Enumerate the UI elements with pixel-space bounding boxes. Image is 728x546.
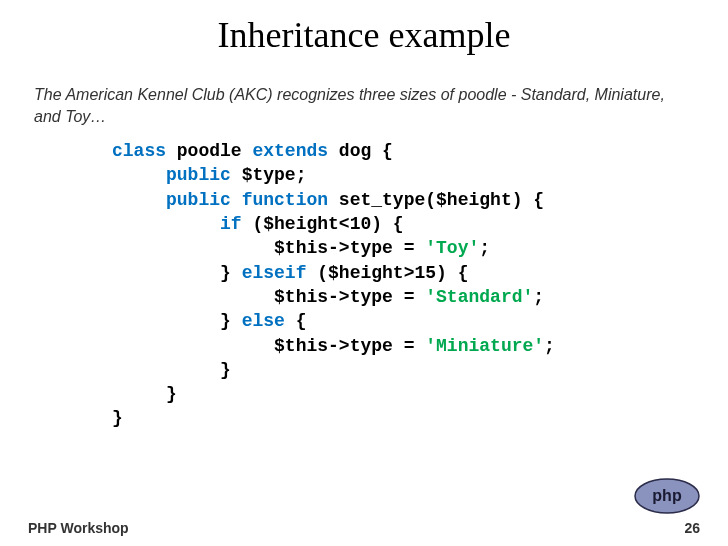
assign: $this->type = <box>274 287 425 307</box>
brace: } <box>112 408 123 428</box>
semi: ; <box>533 287 544 307</box>
page-title: Inheritance example <box>0 0 728 66</box>
footer-left: PHP Workshop <box>28 520 129 536</box>
footer: PHP Workshop 26 <box>0 508 728 546</box>
code-block: class poodle extends dog { public $type;… <box>112 139 728 431</box>
semi: ; <box>479 238 490 258</box>
logo-text: php <box>652 487 682 504</box>
func-name: set_type($height) { <box>328 190 544 210</box>
kw-elseif: elseif <box>242 263 307 283</box>
brace: } <box>220 360 231 380</box>
intro-text: The American Kennel Club (AKC) recognize… <box>34 84 694 127</box>
assign: $this->type = <box>274 238 425 258</box>
kw-class: class <box>112 141 166 161</box>
brace: } <box>220 263 242 283</box>
str-miniature: 'Miniature' <box>425 336 544 356</box>
else-brace: { <box>285 311 307 331</box>
superclass: dog { <box>328 141 393 161</box>
slide: Inheritance example The American Kennel … <box>0 0 728 546</box>
str-standard: 'Standard' <box>425 287 533 307</box>
kw-public: public <box>166 190 231 210</box>
brace: } <box>166 384 177 404</box>
prop-decl: $type; <box>231 165 307 185</box>
str-toy: 'Toy' <box>425 238 479 258</box>
kw-public: public <box>166 165 231 185</box>
semi: ; <box>544 336 555 356</box>
kw-extends: extends <box>252 141 328 161</box>
kw-else: else <box>242 311 285 331</box>
cond-if: ($height<10) { <box>242 214 404 234</box>
cond-elseif: ($height>15) { <box>306 263 468 283</box>
kw-if: if <box>220 214 242 234</box>
kw-function: function <box>231 190 328 210</box>
assign: $this->type = <box>274 336 425 356</box>
page-number: 26 <box>684 520 700 536</box>
footer-right: 26 <box>684 520 700 536</box>
class-name: poodle <box>166 141 252 161</box>
brace: } <box>220 311 242 331</box>
